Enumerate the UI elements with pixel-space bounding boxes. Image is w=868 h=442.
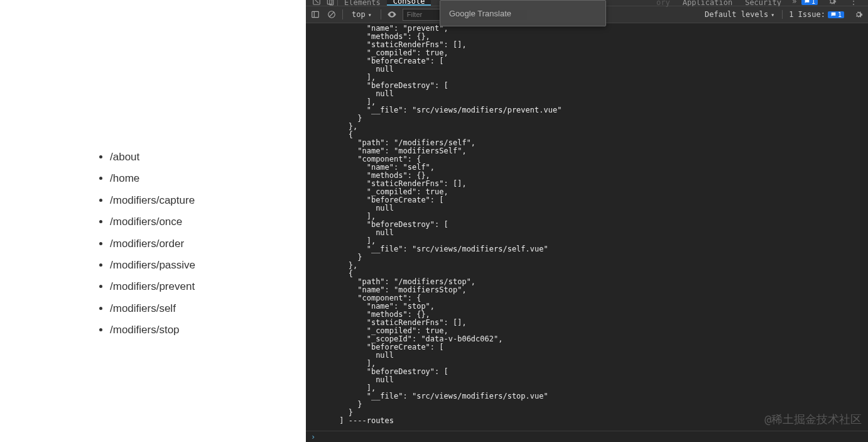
devtools-panel: Elements Console Sources ory Application… (306, 0, 868, 442)
translate-label: Google Translate (449, 9, 511, 18)
console-output[interactable]: "name": "prevent", "methods": {}, "stati… (306, 23, 868, 431)
route-link[interactable]: /modifiers/once (110, 216, 195, 228)
route-link[interactable]: /modifiers/capture (110, 194, 195, 207)
messages-badge[interactable]: 1 (801, 0, 818, 5)
console-settings-gear-icon[interactable] (853, 10, 864, 19)
log-levels-selector[interactable]: Default levels (705, 10, 774, 19)
route-link[interactable]: /modifiers/order (110, 238, 195, 250)
svg-rect-3 (312, 11, 319, 17)
console-prompt[interactable]: › (306, 431, 868, 442)
menu-dots-icon[interactable]: ⋮ (847, 0, 860, 6)
context-label: top (352, 10, 366, 19)
messages-count: 1 (811, 0, 815, 5)
route-link[interactable]: /home (110, 172, 195, 185)
device-toggle-icon[interactable] (323, 0, 337, 6)
context-selector[interactable]: top (348, 9, 376, 20)
route-link[interactable]: /modifiers/prevent (110, 280, 195, 293)
separator (381, 9, 381, 19)
route-link[interactable]: /about (110, 151, 195, 163)
console-log-text: "name": "prevent", "methods": {}, "stati… (306, 23, 868, 425)
route-list: /about /home /modifiers/capture /modifie… (110, 151, 195, 346)
issues-indicator[interactable]: 1 Issue: 1 (782, 10, 844, 19)
issues-label: 1 Issue: (789, 10, 825, 19)
separator (342, 9, 343, 19)
eye-icon[interactable] (386, 9, 398, 19)
tab-memory-partial[interactable]: ory (650, 0, 676, 6)
svg-rect-0 (313, 0, 320, 4)
route-link[interactable]: /modifiers/passive (110, 259, 195, 272)
clear-console-icon[interactable] (326, 10, 337, 19)
route-link[interactable]: /modifiers/self (110, 302, 195, 315)
levels-label: Default levels (705, 10, 768, 19)
issues-badge: 1 (828, 11, 844, 18)
tab-elements[interactable]: Elements (338, 0, 387, 6)
more-tabs-icon[interactable]: » (788, 0, 801, 6)
sidebar-toggle-icon[interactable] (310, 10, 321, 19)
inspect-icon[interactable] (310, 0, 323, 6)
tab-console[interactable]: Console (387, 0, 431, 6)
tab-application[interactable]: Application (676, 0, 739, 6)
settings-gear-icon[interactable] (825, 0, 839, 6)
tab-security[interactable]: Security (739, 0, 788, 6)
route-link[interactable]: /modifiers/stop (110, 324, 195, 336)
prompt-caret-icon: › (311, 433, 315, 441)
google-translate-popup[interactable]: Google Translate (440, 0, 606, 26)
issues-count: 1 (838, 11, 842, 18)
page-content: /about /home /modifiers/capture /modifie… (0, 0, 306, 442)
